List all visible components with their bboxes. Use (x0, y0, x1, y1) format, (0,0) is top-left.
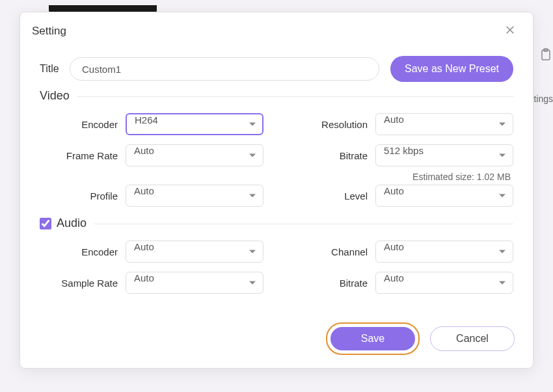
audio-encoder-label: Encoder (40, 246, 118, 257)
video-level-label: Level (290, 190, 368, 202)
estimated-size-text: Estimated size: 1.02 MB (290, 172, 513, 182)
video-level-select[interactable]: Auto (375, 185, 513, 207)
audio-section-header: Audio (40, 224, 513, 230)
audio-encoder-select[interactable]: Auto (126, 241, 263, 263)
video-profile-row: Profile Auto (40, 185, 263, 207)
dialog-header: Setting (20, 12, 533, 48)
dialog-body: Title Save as New Preset Video Encoder H… (20, 48, 533, 312)
video-form: Encoder H264 Resolution Auto Frame Rate … (40, 113, 513, 224)
settings-dialog: Setting Title Save as New Preset Video E… (20, 12, 533, 369)
title-label: Title (40, 63, 61, 75)
audio-channel-row: Channel Auto (290, 241, 513, 263)
video-resolution-label: Resolution (290, 119, 368, 130)
video-section-title: Video (40, 89, 77, 103)
save-as-new-preset-button[interactable]: Save as New Preset (390, 56, 513, 82)
clipboard-icon (540, 48, 552, 64)
video-framerate-label: Frame Rate (40, 150, 118, 161)
video-profile-select[interactable]: Auto (126, 185, 263, 207)
background-text: ttings (532, 94, 553, 104)
video-level-row: Level Auto (290, 185, 513, 207)
audio-encoder-row: Encoder Auto (40, 241, 263, 263)
audio-bitrate-label: Bitrate (290, 278, 368, 289)
video-section-header: Video (40, 97, 513, 103)
audio-samplerate-label: Sample Rate (40, 278, 118, 289)
dialog-footer: Save Cancel (20, 312, 533, 368)
save-highlight-ring: Save (326, 322, 420, 355)
video-framerate-row: Frame Rate Auto (40, 144, 263, 166)
video-framerate-select[interactable]: Auto (126, 144, 263, 166)
audio-bitrate-select[interactable]: Auto (375, 272, 513, 294)
cancel-button[interactable]: Cancel (430, 326, 515, 351)
video-resolution-select[interactable]: Auto (375, 113, 513, 135)
title-row: Title Save as New Preset (40, 56, 513, 82)
audio-samplerate-select[interactable]: Auto (126, 272, 263, 294)
video-encoder-select[interactable]: H264 (126, 113, 263, 135)
audio-section-title: Audio (57, 216, 94, 230)
video-bitrate-row: Bitrate 512 kbps (290, 144, 513, 166)
dialog-title: Setting (32, 25, 66, 38)
title-input[interactable] (70, 57, 379, 81)
video-encoder-row: Encoder H264 (40, 113, 263, 135)
video-resolution-row: Resolution Auto (290, 113, 513, 135)
audio-channel-select[interactable]: Auto (375, 241, 513, 263)
close-button[interactable] (502, 21, 519, 40)
close-icon (504, 24, 516, 36)
video-encoder-label: Encoder (40, 119, 118, 130)
video-bitrate-label: Bitrate (290, 150, 368, 161)
audio-samplerate-row: Sample Rate Auto (40, 272, 263, 294)
audio-form: Encoder Auto Channel Auto Sample Rate Au… (40, 241, 513, 311)
audio-enable-checkbox[interactable] (40, 218, 51, 229)
audio-channel-label: Channel (290, 246, 368, 257)
audio-bitrate-row: Bitrate Auto (290, 272, 513, 294)
video-bitrate-select[interactable]: 512 kbps (375, 144, 513, 166)
save-button[interactable]: Save (330, 327, 415, 350)
video-profile-label: Profile (40, 190, 118, 202)
